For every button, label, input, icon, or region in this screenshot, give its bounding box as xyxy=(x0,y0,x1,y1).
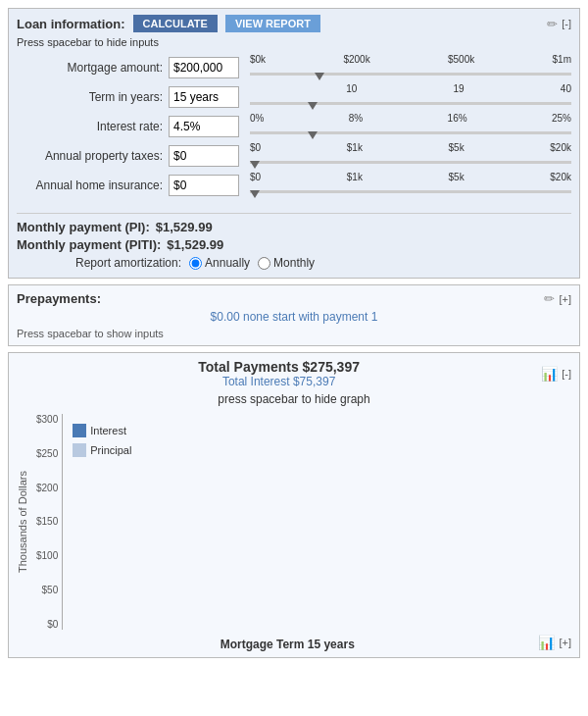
amortization-monthly-radio[interactable] xyxy=(258,257,270,270)
home-insurance-row: Annual home insurance: xyxy=(17,174,242,197)
y-tick-300: $300 xyxy=(36,414,58,425)
y-tick-150: $150 xyxy=(36,516,58,527)
loan-collapse-button[interactable]: [-] xyxy=(562,18,571,29)
monthly-piti-value: $1,529.99 xyxy=(167,237,223,252)
legend-principal: Principal xyxy=(73,443,131,457)
mortgage-slider-thumb[interactable] xyxy=(315,73,324,80)
y-tick-250: $250 xyxy=(36,448,58,459)
chart-area: $300 $250 $200 $150 $100 $50 $0 xyxy=(36,414,571,651)
amortization-monthly-label[interactable]: Monthly xyxy=(258,256,315,270)
loan-header: Loan information: CALCULATE VIEW REPORT … xyxy=(17,15,571,32)
prepayments-header-right: ✏ [+] xyxy=(544,291,571,306)
total-interest-label: Total Interest $75,397 xyxy=(17,375,541,388)
y-tick-50: $50 xyxy=(42,585,59,595)
monthly-pi-row: Monthly payment (PI): $1,529.99 xyxy=(17,220,571,234)
prepayments-section: Prepayments: ✏ [+] $0.00 none start with… xyxy=(8,284,580,346)
prepayments-expand-button[interactable]: [+] xyxy=(559,293,571,305)
monthly-piti-row: Monthly payment (PITI): $1,529.99 xyxy=(17,237,571,252)
mortgage-amount-label: Mortgage amount: xyxy=(17,61,169,75)
insurance-label-0: $0 xyxy=(250,172,261,182)
form-fields: Mortgage amount: Term in years: Interest… xyxy=(17,56,242,203)
mortgage-label-2: $500k xyxy=(448,54,474,65)
term-years-input[interactable] xyxy=(169,86,239,108)
graph-chart-icon: 📊 xyxy=(541,366,558,382)
graph-footer-expand-button[interactable]: [+] xyxy=(559,637,571,648)
property-taxes-row: Annual property taxes: xyxy=(17,144,242,168)
amortization-monthly-text: Monthly xyxy=(273,256,315,270)
insurance-label-1: $1k xyxy=(347,172,363,182)
inputs-area: Mortgage amount: Term in years: Interest… xyxy=(17,56,571,203)
edit-icon: ✏ xyxy=(547,17,558,31)
y-tick-100: $100 xyxy=(36,550,58,561)
insurance-slider-row: $0 $1k $5k $20k xyxy=(250,174,571,197)
graph-header-right: 📊 [-] xyxy=(541,366,571,382)
y-tick-200: $200 xyxy=(36,483,58,493)
monthly-pi-value: $1,529.99 xyxy=(156,220,213,234)
monthly-piti-label: Monthly payment (PITI): xyxy=(17,237,161,252)
home-insurance-label: Annual home insurance: xyxy=(17,179,169,192)
interest-rate-input[interactable] xyxy=(169,116,239,137)
chart-with-y-axis: $300 $250 $200 $150 $100 $50 $0 xyxy=(36,414,63,630)
graph-section: Total Payments $275,397 Total Interest $… xyxy=(8,352,580,658)
taxes-label-2: $5k xyxy=(449,142,465,153)
legend-interest: Interest xyxy=(73,424,131,437)
taxes-label-3: $20k xyxy=(550,142,571,153)
slider-area: $0k $200k $500k $1m xyxy=(250,56,571,203)
prepayments-spacebar-hint: Press spacebar to show inputs xyxy=(17,328,571,339)
prepayments-value: $0.00 none start with payment 1 xyxy=(17,310,571,324)
interest-slider-row: 0% 8% 16% 25% xyxy=(250,115,571,138)
interest-label-3: 25% xyxy=(552,113,571,124)
taxes-slider-row: $0 $1k $5k $20k xyxy=(250,144,571,168)
interest-rate-label: Interest rate: xyxy=(17,120,169,133)
prepayments-header: Prepayments: ✏ [+] xyxy=(17,291,571,306)
main-container: Loan information: CALCULATE VIEW REPORT … xyxy=(0,0,588,666)
amortization-annually-radio[interactable] xyxy=(189,257,202,270)
taxes-slider-thumb[interactable] xyxy=(250,161,260,169)
amortization-label: Report amortization: xyxy=(75,256,181,270)
mortgage-label-1: $200k xyxy=(343,54,369,65)
taxes-label-0: $0 xyxy=(250,142,261,153)
mortgage-amount-input[interactable] xyxy=(169,57,239,78)
term-label-3: 40 xyxy=(561,83,571,94)
graph-footer-chart-icon: 📊 xyxy=(538,635,555,650)
interest-label-0: 0% xyxy=(250,113,264,124)
mortgage-label-0: $0k xyxy=(250,54,266,65)
insurance-label-3: $20k xyxy=(550,172,571,182)
amortization-annually-label[interactable]: Annually xyxy=(189,256,250,270)
loan-header-left: Loan information: CALCULATE VIEW REPORT xyxy=(17,15,320,32)
total-payments-label: Total Payments $275,397 xyxy=(17,359,541,375)
graph-container: Thousands of Dollars $300 $250 $200 $150… xyxy=(17,414,571,651)
taxes-label-1: $1k xyxy=(347,142,363,153)
legend-interest-color xyxy=(73,424,86,437)
term-slider-row: 10 19 40 xyxy=(250,85,571,109)
loan-header-right: ✏ [-] xyxy=(547,17,571,31)
home-insurance-input[interactable] xyxy=(169,175,239,196)
interest-label-2: 16% xyxy=(448,113,467,124)
chart-plot xyxy=(62,414,63,630)
term-label-1: 10 xyxy=(346,83,357,94)
y-tick-0: $0 xyxy=(47,619,58,630)
legend-principal-color xyxy=(73,443,86,457)
property-taxes-input[interactable] xyxy=(169,145,239,167)
interest-slider-thumb[interactable] xyxy=(308,131,318,139)
term-slider-thumb[interactable] xyxy=(308,102,318,110)
x-axis-label: Mortgage Term 15 years xyxy=(36,638,538,651)
term-years-row: Term in years: xyxy=(17,85,242,109)
loan-title: Loan information: xyxy=(17,17,125,31)
mortgage-slider-row: $0k $200k $500k $1m xyxy=(250,56,571,79)
graph-footer-right: 📊 [+] xyxy=(538,635,571,650)
amortization-annually-text: Annually xyxy=(205,256,250,270)
graph-collapse-button[interactable]: [-] xyxy=(562,368,571,380)
term-years-label: Term in years: xyxy=(17,90,169,104)
chart-legend: Interest Principal xyxy=(73,414,131,630)
term-label-2: 19 xyxy=(454,83,465,94)
y-axis-label: Thousands of Dollars xyxy=(17,414,28,630)
insurance-slider-thumb[interactable] xyxy=(250,190,260,198)
property-taxes-label: Annual property taxes: xyxy=(17,149,169,163)
interest-rate-row: Interest rate: xyxy=(17,115,242,138)
graph-spacebar-hint: press spacebar to hide graph xyxy=(17,392,571,406)
graph-header-titles: Total Payments $275,397 Total Interest $… xyxy=(17,359,541,388)
view-report-button[interactable]: VIEW REPORT xyxy=(225,15,320,32)
calculate-button[interactable]: CALCULATE xyxy=(133,15,218,32)
legend-principal-label: Principal xyxy=(90,444,131,456)
